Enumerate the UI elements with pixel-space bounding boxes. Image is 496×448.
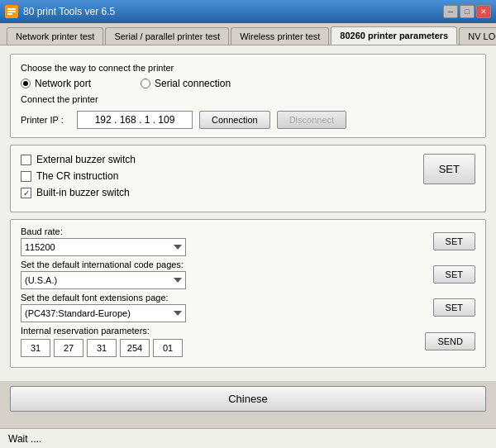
printer-ip-label: Printer IP : bbox=[21, 115, 70, 125]
radio-row: Network port Serial connection bbox=[21, 78, 475, 89]
fontextensions-label: Set the default font extensions page: bbox=[21, 293, 428, 303]
titlebar: 80 print Tools ver 6.5 ─ □ ✕ bbox=[0, 0, 496, 23]
checkbox-builtin[interactable]: Built-in buzzer switch bbox=[21, 187, 415, 198]
tab-params[interactable]: 80260 printer parameters bbox=[331, 26, 457, 45]
fontextensions-set-col: SET bbox=[433, 298, 475, 317]
checkbox-builtin-label: Built-in buzzer switch bbox=[36, 187, 130, 198]
radio-network[interactable]: Network port bbox=[21, 78, 91, 89]
svg-rect-1 bbox=[7, 8, 16, 10]
codepages-set-col: SET bbox=[433, 265, 475, 284]
fontextensions-row: Set the default font extensions page: (P… bbox=[21, 293, 475, 322]
connection-title: Choose the way to connect the printer bbox=[21, 63, 475, 73]
radio-serial[interactable]: Serial connection bbox=[141, 78, 231, 89]
statusbar: Wait .... bbox=[0, 428, 496, 448]
fontextensions-left: Set the default font extensions page: (P… bbox=[21, 293, 428, 322]
internal-input-1[interactable] bbox=[54, 339, 83, 357]
codepages-left: Set the default international code pages… bbox=[21, 260, 428, 289]
tab-nvlogo[interactable]: NV LOGO bbox=[459, 27, 496, 45]
radio-serial-label: Serial connection bbox=[155, 78, 231, 89]
connection-button[interactable]: Connection bbox=[199, 111, 270, 129]
params-section: Baud rate: 115200 57600 38400 19200 9600… bbox=[10, 219, 486, 368]
tabs-row: Network printer test Serial / parallel p… bbox=[0, 23, 496, 45]
codepages-label: Set the default international code pages… bbox=[21, 260, 428, 269]
fontextensions-set-button[interactable]: SET bbox=[433, 298, 475, 317]
baud-select[interactable]: 115200 57600 38400 19200 9600 bbox=[21, 238, 186, 256]
connect-label: Connect the printer bbox=[21, 94, 475, 104]
switches-set-button[interactable]: SET bbox=[423, 154, 475, 184]
baud-label: Baud rate: bbox=[21, 226, 428, 236]
titlebar-left: 80 print Tools ver 6.5 bbox=[5, 5, 115, 18]
main-content: Choose the way to connect the printer Ne… bbox=[0, 45, 496, 381]
radio-serial-indicator bbox=[141, 79, 150, 88]
internal-input-2[interactable] bbox=[87, 339, 117, 357]
printer-ip-input[interactable] bbox=[77, 111, 193, 129]
baud-set-col: SET bbox=[433, 232, 475, 250]
checkbox-cr[interactable]: The CR instruction bbox=[21, 170, 415, 182]
checkbox-external-label: External buzzer switch bbox=[36, 154, 136, 165]
radio-network-indicator bbox=[21, 79, 31, 88]
ip-row: Printer IP : Connection Disconnect bbox=[21, 111, 475, 129]
internal-inputs bbox=[21, 339, 420, 357]
baud-row: Baud rate: 115200 57600 38400 19200 9600… bbox=[21, 226, 475, 256]
chinese-section: Chinese bbox=[10, 386, 486, 412]
internal-send-button[interactable]: SEND bbox=[425, 332, 475, 350]
maximize-button[interactable]: □ bbox=[460, 5, 475, 18]
titlebar-buttons: ─ □ ✕ bbox=[443, 5, 491, 18]
app-icon bbox=[5, 5, 18, 18]
checkbox-cr-label: The CR instruction bbox=[36, 170, 118, 182]
window-title: 80 print Tools ver 6.5 bbox=[23, 6, 115, 17]
status-text: Wait .... bbox=[8, 433, 41, 445]
internal-input-4[interactable] bbox=[153, 339, 183, 357]
codepages-row: Set the default international code pages… bbox=[21, 260, 475, 289]
svg-rect-2 bbox=[7, 11, 16, 12]
codepages-select[interactable]: (U.S.A.) (Europe) (Japan) bbox=[21, 271, 186, 289]
internal-label: Internal reservation parameters: bbox=[21, 326, 420, 336]
radio-network-label: Network port bbox=[35, 78, 91, 89]
checkbox-builtin-box bbox=[21, 188, 31, 198]
checkbox-external[interactable]: External buzzer switch bbox=[21, 154, 415, 165]
checkbox-external-box bbox=[21, 155, 31, 165]
connection-section: Choose the way to connect the printer Ne… bbox=[10, 54, 486, 138]
chinese-button[interactable]: Chinese bbox=[10, 386, 486, 412]
baud-set-button[interactable]: SET bbox=[433, 232, 475, 250]
svg-rect-3 bbox=[7, 13, 12, 15]
minimize-button[interactable]: ─ bbox=[443, 5, 458, 18]
tab-serial[interactable]: Serial / parallel printer test bbox=[105, 27, 229, 45]
tab-network[interactable]: Network printer test bbox=[7, 27, 103, 45]
fontextensions-select[interactable]: (PC437:Standard-Europe) (PC850) (PC852) bbox=[21, 304, 186, 322]
checkbox-list: External buzzer switch The CR instructio… bbox=[21, 154, 415, 203]
switches-section: External buzzer switch The CR instructio… bbox=[10, 145, 486, 212]
tab-wireless[interactable]: Wireless printer test bbox=[231, 27, 329, 45]
disconnect-button[interactable]: Disconnect bbox=[277, 111, 346, 129]
internal-row: Internal reservation parameters: SEND bbox=[21, 326, 475, 357]
internal-left: Internal reservation parameters: bbox=[21, 326, 420, 357]
codepages-set-button[interactable]: SET bbox=[433, 265, 475, 284]
internal-send-col: SEND bbox=[425, 332, 475, 350]
checkbox-cr-box bbox=[21, 171, 31, 182]
internal-input-3[interactable] bbox=[120, 339, 150, 357]
internal-input-0[interactable] bbox=[21, 339, 50, 357]
close-button[interactable]: ✕ bbox=[476, 5, 491, 18]
baud-left: Baud rate: 115200 57600 38400 19200 9600 bbox=[21, 226, 428, 256]
checkbox-set-row: External buzzer switch The CR instructio… bbox=[21, 154, 475, 203]
